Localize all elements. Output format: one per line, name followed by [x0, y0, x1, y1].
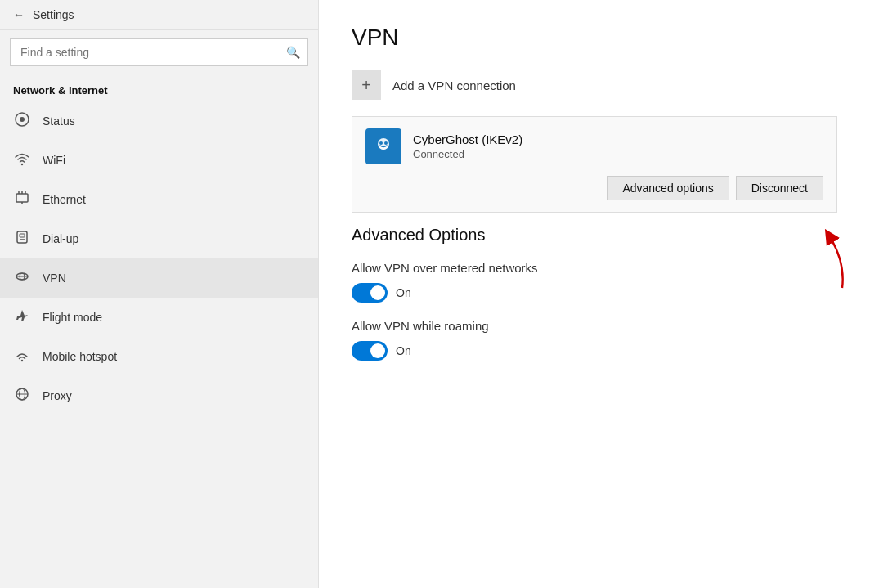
- vpn-icon: [13, 268, 31, 288]
- sidebar-item-dialup-label: Dial-up: [43, 232, 78, 245]
- status-icon: [13, 111, 31, 131]
- sidebar-item-flight-mode[interactable]: Flight mode: [0, 298, 318, 337]
- toggle-metered-value: On: [396, 286, 411, 299]
- ethernet-icon: [13, 190, 31, 209]
- sidebar-item-proxy-label: Proxy: [43, 389, 72, 402]
- sidebar-item-status-label: Status: [43, 114, 75, 128]
- add-vpn-label: Add a VPN connection: [392, 79, 516, 92]
- advanced-options-title: Advanced Options: [352, 226, 837, 245]
- toggle-row-roaming: Allow VPN while roaming On: [352, 319, 837, 361]
- search-icon: 🔍: [286, 46, 300, 59]
- page-title: VPN: [352, 25, 837, 51]
- search-input[interactable]: [10, 38, 308, 66]
- sidebar-item-vpn-label: VPN: [43, 272, 66, 285]
- vpn-info: CyberGhost (IKEv2) Connected: [413, 132, 823, 160]
- wifi-icon: [13, 150, 31, 170]
- svg-point-10: [20, 239, 21, 240]
- sidebar-nav: Status WiFi Ethernet Dial-up VPN: [0, 101, 318, 415]
- vpn-card-actions: Advanced options Disconnect: [352, 176, 836, 212]
- add-vpn-row[interactable]: + Add a VPN connection: [352, 70, 837, 100]
- sidebar-item-dialup[interactable]: Dial-up: [0, 219, 318, 258]
- svg-point-16: [21, 360, 23, 361]
- sidebar-item-wifi-label: WiFi: [43, 154, 65, 167]
- sidebar-item-vpn[interactable]: VPN: [0, 258, 318, 298]
- toggle-metered-label: Allow VPN over metered networks: [352, 261, 837, 275]
- mobile-hotspot-icon: [13, 347, 31, 366]
- sidebar: ← Settings 🔍 Network & Internet Status W…: [0, 0, 319, 588]
- vpn-status: Connected: [413, 148, 823, 160]
- toggle-metered-switch[interactable]: [352, 283, 388, 303]
- toggle-roaming-label: Allow VPN while roaming: [352, 319, 837, 333]
- sidebar-item-status[interactable]: Status: [0, 101, 318, 141]
- flight-mode-icon: [13, 307, 31, 327]
- advanced-options-section: Advanced Options Allow VPN over metered …: [352, 226, 837, 361]
- svg-point-1: [20, 117, 25, 122]
- vpn-name: CyberGhost (IKEv2): [413, 132, 823, 146]
- proxy-icon: [13, 386, 31, 406]
- vpn-card-header: CyberGhost (IKEv2) Connected: [352, 117, 836, 176]
- svg-point-2: [21, 164, 23, 165]
- toggle-metered-control: On: [352, 283, 837, 303]
- toggle-row-metered: Allow VPN over metered networks On: [352, 261, 837, 303]
- add-vpn-icon: +: [352, 70, 381, 100]
- vpn-logo: [365, 128, 401, 164]
- settings-label: Settings: [33, 8, 74, 21]
- svg-point-11: [21, 239, 23, 240]
- vpn-card: CyberGhost (IKEv2) Connected Advanced op…: [352, 116, 837, 213]
- sidebar-item-mobile-hotspot[interactable]: Mobile hotspot: [0, 337, 318, 376]
- sidebar-item-flightmode-label: Flight mode: [43, 311, 102, 324]
- toggle-roaming-switch[interactable]: [352, 341, 388, 361]
- advanced-options-button[interactable]: Advanced options: [607, 176, 729, 200]
- toggle-roaming-value: On: [396, 344, 411, 357]
- sidebar-item-proxy[interactable]: Proxy: [0, 376, 318, 415]
- sidebar-item-ethernet-label: Ethernet: [43, 193, 86, 206]
- disconnect-button[interactable]: Disconnect: [736, 176, 823, 200]
- svg-point-22: [384, 141, 388, 145]
- sidebar-top: ← Settings: [0, 0, 318, 30]
- svg-point-21: [379, 141, 383, 145]
- svg-rect-9: [20, 234, 25, 237]
- toggle-roaming-control: On: [352, 341, 837, 361]
- sidebar-item-ethernet[interactable]: Ethernet: [0, 180, 318, 219]
- sidebar-item-wifi[interactable]: WiFi: [0, 141, 318, 180]
- sidebar-item-mobilehotspot-label: Mobile hotspot: [43, 350, 117, 363]
- dialup-icon: [13, 229, 31, 249]
- sidebar-section-title: Network & Internet: [0, 74, 318, 101]
- svg-point-12: [23, 239, 25, 240]
- back-icon[interactable]: ←: [13, 8, 25, 21]
- sidebar-search-container: 🔍: [10, 38, 308, 66]
- svg-rect-3: [16, 194, 28, 202]
- main-content: VPN + Add a VPN connection CyberGhost (I…: [319, 0, 870, 588]
